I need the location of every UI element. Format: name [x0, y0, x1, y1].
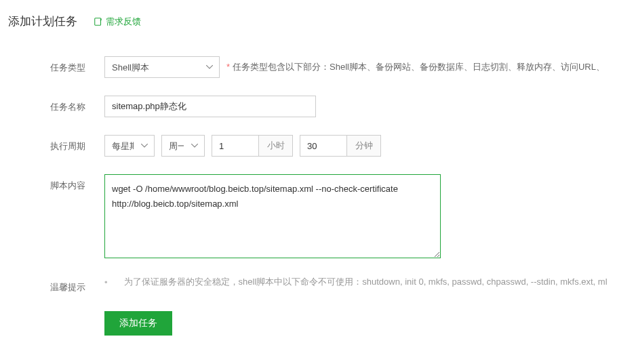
label-task-name: 任务名称 [50, 96, 104, 113]
label-script-content: 脚本内容 [50, 174, 104, 192]
add-task-button[interactable]: 添加任务 [104, 311, 172, 336]
task-type-hint: *任务类型包含以下部分：Shell脚本、备份网站、备份数据库、日志切割、释放内存… [226, 61, 605, 73]
bullet-icon: • [104, 277, 108, 287]
hour-unit-label: 小时 [259, 135, 293, 157]
period-day-select[interactable]: 周一 [161, 135, 205, 157]
task-type-select[interactable]: Shell脚本 [104, 56, 220, 78]
label-tips: 温馨提示 [50, 276, 104, 294]
edit-icon [94, 17, 103, 26]
page-title: 添加计划任务 [8, 14, 77, 29]
script-content-textarea[interactable]: wget -O /home/wwwroot/blog.beicb.top/sit… [104, 174, 441, 258]
period-freq-select[interactable]: 每星期 [104, 135, 155, 157]
minute-input[interactable] [300, 135, 347, 157]
hour-input[interactable] [212, 135, 259, 157]
task-name-input[interactable] [104, 96, 316, 117]
tips-text: 为了保证服务器的安全稳定，shell脚本中以下命令不可使用：shutdown, … [124, 276, 608, 288]
label-task-type: 任务类型 [50, 56, 104, 74]
minute-unit-label: 分钟 [347, 135, 381, 157]
label-exec-period: 执行周期 [50, 135, 104, 153]
svg-rect-0 [95, 18, 101, 25]
feedback-label: 需求反馈 [106, 16, 141, 28]
feedback-link[interactable]: 需求反馈 [94, 16, 141, 28]
